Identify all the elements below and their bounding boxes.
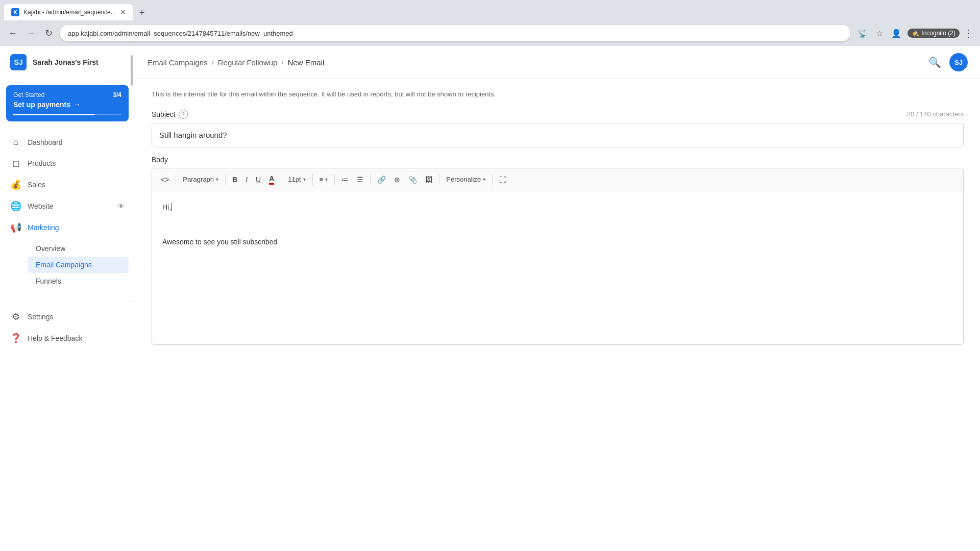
content-area: This is the internal title for this emai… [135,79,980,551]
incognito-icon: 🕵 [912,30,919,37]
close-tab-button[interactable]: ✕ [120,8,126,16]
toolbar-separator-5 [334,174,335,185]
setup-arrow-icon: → [74,101,81,109]
sidebar-item-products[interactable]: ◻ Products [0,153,135,174]
sales-icon: 💰 [10,179,21,190]
paragraph-dropdown-arrow: ▾ [216,177,218,182]
reload-button[interactable]: ↻ [43,26,55,41]
align-icon: ≡ [320,176,324,183]
paragraph-label: Paragraph [183,176,214,183]
toolbar-separator-6 [370,174,371,185]
link-button[interactable]: 🔗 [374,173,389,186]
body-line-2 [162,219,953,230]
underline-button[interactable]: U [252,173,264,186]
sidebar-scrollbar[interactable] [131,50,133,547]
code-view-button[interactable]: <> [157,173,173,186]
sidebar-item-dashboard[interactable]: ⌂ Dashboard [0,132,135,153]
browser-menu-button[interactable]: ⋮ [964,27,974,39]
sidebar-logo: SJ [10,54,27,70]
body-label: Body [152,156,964,164]
sidebar-item-sales[interactable]: 💰 Sales [0,174,135,195]
text-color-button[interactable]: A [265,172,278,187]
breadcrumb-sep-1: / [212,58,214,67]
text-color-icon: A [269,174,274,185]
setup-progress-bar [13,114,121,115]
bold-button[interactable]: B [229,173,241,186]
attachment-button[interactable]: 📎 [405,173,421,186]
toolbar-separator-4 [312,174,313,185]
font-size-dropdown[interactable]: 11pt ▾ [284,173,309,185]
sidebar-item-label: Settings [28,313,54,321]
bookmark-button[interactable]: ☆ [874,27,885,40]
body-section: Body <> Paragraph ▾ [152,156,964,345]
back-button[interactable]: ← [6,26,19,41]
toolbar-separator-1 [176,174,176,185]
toolbar-separator-7 [439,174,439,185]
active-tab[interactable]: K Kajabi - /admin/email_sequence... ✕ [4,4,133,20]
italic-button[interactable]: I [242,173,251,186]
toolbar-separator-3 [281,174,281,185]
sub-nav-item-email-campaigns[interactable]: Email Campaigns [28,257,129,273]
subject-input[interactable] [152,123,964,147]
info-text: This is the internal title for this emai… [152,89,964,99]
email-editor[interactable]: <> Paragraph ▾ B [152,168,964,345]
unordered-list-icon: ☰ [357,176,363,184]
search-button[interactable]: 🔍 [928,56,941,68]
setup-banner[interactable]: Get Started 3/4 Set up payments → [6,85,129,121]
setup-title: Set up payments → [13,101,121,109]
align-dropdown-arrow: ▾ [325,177,328,182]
bold-icon: B [232,176,237,184]
sub-nav-label: Overview [36,244,65,253]
paragraph-dropdown[interactable]: Paragraph ▾ [179,173,222,185]
setup-title-text: Set up payments [13,101,70,109]
sub-nav-label: Funnels [36,277,61,285]
new-tab-button[interactable]: + [135,6,149,20]
editor-body[interactable]: Hi, Awesome to see you still subscribed [152,191,963,344]
sidebar-item-settings[interactable]: ⚙ Settings [0,306,135,328]
sidebar-item-marketing[interactable]: 📢 Marketing [0,217,135,238]
subject-section: Subject ? 20 / 140 characters [152,110,964,147]
breadcrumb-new-email: New Email [288,58,325,67]
image-button[interactable]: 🖼 [422,173,436,186]
sub-nav-item-funnels[interactable]: Funnels [28,273,135,289]
body-line-1: Hi, [162,202,953,213]
sidebar: SJ Sarah Jonas's First Get Started 3/4 S… [0,46,135,551]
cast-button[interactable]: 📡 [855,27,870,40]
app-container: SJ Sarah Jonas's First Get Started 3/4 S… [0,46,980,551]
address-bar[interactable] [60,25,850,41]
tab-favicon: K [11,8,19,16]
code-icon: <> [161,176,169,184]
breadcrumb-regular-followup[interactable]: Regular Followup [218,58,278,67]
profile-button[interactable]: 👤 [889,27,903,40]
sub-nav-item-overview[interactable]: Overview [28,240,135,257]
forward-button[interactable]: → [24,26,38,41]
ordered-list-button[interactable]: ≔ [338,173,352,186]
sidebar-nav: ⌂ Dashboard ◻ Products 💰 Sales 🌐 Website… [0,128,135,551]
sidebar-brand: Sarah Jonas's First [33,58,99,66]
top-bar: Email Campaigns / Regular Followup / New… [135,46,980,79]
email-form: This is the internal title for this emai… [135,79,980,363]
sub-nav-label: Email Campaigns [36,261,92,269]
fullscreen-button[interactable]: ⛶ [496,173,510,186]
sidebar-item-label: Dashboard [28,138,63,146]
insert-button[interactable]: ⊕ [390,173,404,186]
unordered-list-button[interactable]: ☰ [353,173,367,186]
website-icon: 🌐 [10,201,21,212]
toolbar-separator-2 [225,174,226,185]
browser-tabs: K Kajabi - /admin/email_sequence... ✕ + [0,0,980,20]
sidebar-item-label: Website [28,202,53,210]
subject-help-icon[interactable]: ? [179,110,188,119]
breadcrumb-email-campaigns[interactable]: Email Campaigns [148,58,208,67]
personalize-dropdown-arrow: ▾ [483,177,485,182]
setup-progress-fill [13,114,94,115]
sidebar-item-website[interactable]: 🌐 Website 👁 [0,195,135,217]
dashboard-icon: ⌂ [10,137,21,147]
sidebar-item-help[interactable]: ❓ Help & Feedback [0,328,135,349]
underline-icon: U [256,176,261,184]
personalize-dropdown[interactable]: Personalize ▾ [443,173,489,185]
align-dropdown[interactable]: ≡ ▾ [316,173,332,185]
avatar[interactable]: SJ [949,53,968,71]
sidebar-item-label: Sales [28,181,45,189]
sidebar-footer-nav: ⚙ Settings ❓ Help & Feedback [0,302,135,349]
scrollbar-thumb [131,55,133,86]
